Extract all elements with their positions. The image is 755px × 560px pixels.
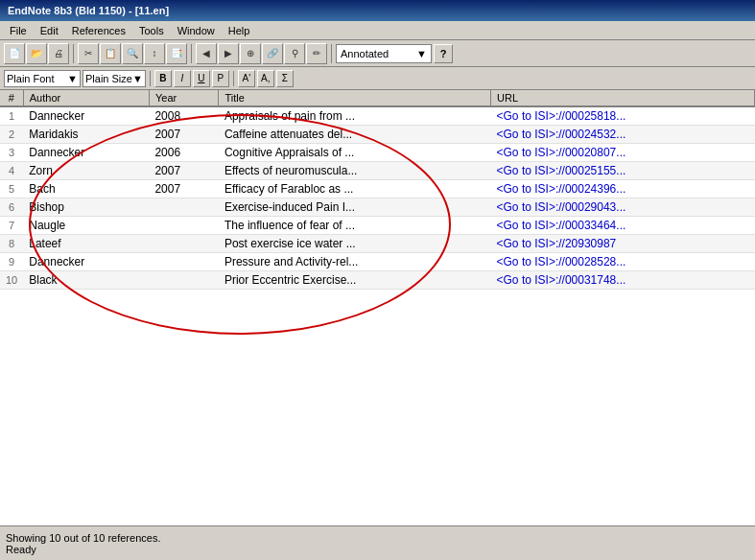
table-row[interactable]: 2Maridakis2007Caffeine attenuates del...… xyxy=(0,126,755,144)
cell-title: The influence of fear of ... xyxy=(219,217,491,235)
cell-author: Dannecker xyxy=(23,106,149,126)
cell-title: Pressure and Activity-rel... xyxy=(219,253,491,271)
cell-author: Maridakis xyxy=(23,126,149,144)
cell-author: Bishop xyxy=(23,198,149,217)
style-dropdown-arrow: ▼ xyxy=(416,48,427,59)
cell-num: 3 xyxy=(0,144,23,162)
cell-year xyxy=(149,235,219,253)
table-row[interactable]: 6BishopExercise-induced Pain I...<Go to … xyxy=(0,198,755,217)
cell-year xyxy=(149,198,219,217)
cell-url: <Go to ISI>://00020807... xyxy=(491,144,755,162)
col-title[interactable]: Title xyxy=(219,90,491,106)
bold-btn[interactable]: B xyxy=(154,70,172,87)
cell-title: Caffeine attenuates del... xyxy=(219,126,491,144)
cell-url: <Go to ISI>://00025818... xyxy=(491,106,755,126)
new-btn[interactable]: 📄 xyxy=(4,43,25,64)
cell-num: 7 xyxy=(0,217,23,235)
cell-title: Cognitive Appraisals of ... xyxy=(219,144,491,162)
link-btn[interactable]: 🔗 xyxy=(262,43,283,64)
underline-btn[interactable]: U xyxy=(193,70,210,87)
window-title: EndNote 8b3 (Bld 1150) - [11.en] xyxy=(8,5,169,16)
next-btn[interactable]: ▶ xyxy=(218,43,239,64)
menu-window[interactable]: Window xyxy=(172,23,221,38)
cell-year xyxy=(149,253,219,271)
font-arrow: ▼ xyxy=(67,73,78,84)
reference-table: # Author Year Title URL 1Dannecker2008Ap… xyxy=(0,90,755,290)
menu-references[interactable]: References xyxy=(66,23,131,38)
table-row[interactable]: 1Dannecker2008Appraisals of pain from ..… xyxy=(0,106,755,126)
table-row[interactable]: 4Zorn2007Effects of neuromuscula...<Go t… xyxy=(0,162,755,180)
cell-num: 9 xyxy=(0,253,23,271)
toolbar-sep-1 xyxy=(73,44,74,63)
format-sep-1 xyxy=(150,71,151,86)
toolbar-file-group: 📄 📂 🖨 xyxy=(4,43,69,64)
toolbar-nav-group: ◀ ▶ ⊕ 🔗 ⚲ ✏ xyxy=(196,43,327,64)
cell-year: 2008 xyxy=(149,106,219,126)
open-btn[interactable]: 📂 xyxy=(26,43,47,64)
search-btn[interactable]: 🔍 xyxy=(122,43,143,64)
font-dropdown[interactable]: Plain Font ▼ xyxy=(4,70,81,87)
cell-num: 8 xyxy=(0,235,23,253)
cut-btn[interactable]: ✂ xyxy=(78,43,99,64)
format-sep-2 xyxy=(233,71,234,86)
table-row[interactable]: 5Bach2007Efficacy of Farabloc as ...<Go … xyxy=(0,180,755,198)
col-url[interactable]: URL xyxy=(491,90,755,106)
cell-year xyxy=(149,217,219,235)
superscript-btn[interactable]: P xyxy=(212,70,229,87)
menu-help[interactable]: Help xyxy=(223,23,256,38)
cell-author: Naugle xyxy=(23,217,149,235)
format-bar: Plain Font ▼ Plain Size ▼ B I U P A' A, … xyxy=(0,67,755,90)
menu-tools[interactable]: Tools xyxy=(133,23,170,38)
sort-btn[interactable]: ↕ xyxy=(144,43,165,64)
find-btn[interactable]: ⚲ xyxy=(284,43,305,64)
cell-year: 2007 xyxy=(149,126,219,144)
cell-url: <Go to ISI>://00024532... xyxy=(491,126,755,144)
menu-edit[interactable]: Edit xyxy=(35,23,64,38)
size-dropdown[interactable]: Plain Size ▼ xyxy=(83,70,146,87)
cell-num: 6 xyxy=(0,198,23,217)
cell-num: 5 xyxy=(0,180,23,198)
cell-url: <Go to ISI>://00033464... xyxy=(491,217,755,235)
toolbar-sep-2 xyxy=(191,44,192,63)
copy-btn[interactable]: 📋 xyxy=(100,43,121,64)
table-row[interactable]: 9DanneckerPressure and Activity-rel...<G… xyxy=(0,253,755,271)
cell-year xyxy=(149,271,219,290)
cell-num: 4 xyxy=(0,162,23,180)
table-row[interactable]: 7NaugleThe influence of fear of ...<Go t… xyxy=(0,217,755,235)
col-author[interactable]: Author xyxy=(23,90,149,106)
prev-btn[interactable]: ◀ xyxy=(196,43,217,64)
cell-author: Dannecker xyxy=(23,253,149,271)
special1-btn[interactable]: A' xyxy=(238,70,255,87)
col-num[interactable]: # xyxy=(0,90,23,106)
cell-url: <Go to ISI>://00029043... xyxy=(491,198,755,217)
cell-url: <Go to ISI>://00028528... xyxy=(491,253,755,271)
print-btn[interactable]: 🖨 xyxy=(48,43,69,64)
insert-btn[interactable]: ⊕ xyxy=(240,43,261,64)
special2-btn[interactable]: A, xyxy=(257,70,274,87)
size-label: Plain Size xyxy=(85,73,132,84)
toolbar: 📄 📂 🖨 ✂ 📋 🔍 ↕ 📑 ◀ ▶ ⊕ 🔗 ⚲ ✏ Annotated ▼ … xyxy=(0,40,755,67)
font-label: Plain Font xyxy=(7,73,55,84)
col-year[interactable]: Year xyxy=(149,90,219,106)
cell-year: 2007 xyxy=(149,180,219,198)
sigma-btn[interactable]: Σ xyxy=(276,70,294,87)
cell-url: <Go to ISI>://20930987 xyxy=(491,235,755,253)
main-content: # Author Year Title URL 1Dannecker2008Ap… xyxy=(0,90,755,525)
cell-title: Post exercise ice water ... xyxy=(219,235,491,253)
cell-author: Black xyxy=(23,271,149,290)
table-row[interactable]: 8LateefPost exercise ice water ...<Go to… xyxy=(0,235,755,253)
table-header-row: # Author Year Title URL xyxy=(0,90,755,106)
table-row[interactable]: 10BlackPrior Eccentric Exercise...<Go to… xyxy=(0,271,755,290)
menu-file[interactable]: File xyxy=(4,23,33,38)
table-row[interactable]: 3Dannecker2006Cognitive Appraisals of ..… xyxy=(0,144,755,162)
edit2-btn[interactable]: ✏ xyxy=(306,43,327,64)
cell-author: Lateef xyxy=(23,235,149,253)
style-dropdown[interactable]: Annotated ▼ xyxy=(336,44,432,63)
menu-bar: File Edit References Tools Window Help xyxy=(0,21,755,40)
help-btn[interactable]: ? xyxy=(434,44,453,63)
cell-title: Prior Eccentric Exercise... xyxy=(219,271,491,290)
cell-num: 1 xyxy=(0,106,23,126)
ref-btn[interactable]: 📑 xyxy=(166,43,187,64)
cell-url: <Go to ISI>://00025155... xyxy=(491,162,755,180)
italic-btn[interactable]: I xyxy=(174,70,191,87)
